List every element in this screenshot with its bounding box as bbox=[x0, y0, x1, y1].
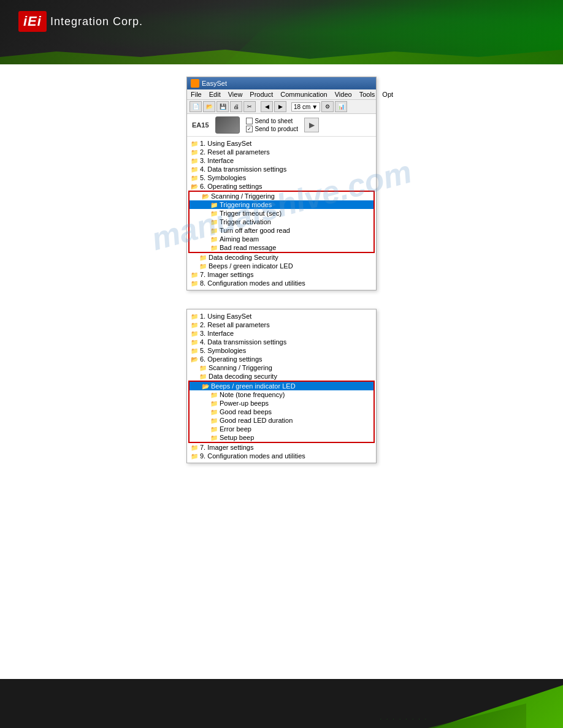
tree-item-2-3[interactable]: 📁 3. Interface bbox=[187, 329, 376, 338]
folder-icon-error-beep: 📁 bbox=[210, 426, 218, 433]
tree-item-beeps[interactable]: 📁 Beeps / green indicator LED bbox=[187, 262, 376, 270]
tree-item-2-decode[interactable]: 📁 Data decoding security bbox=[187, 372, 376, 381]
folder-icon-1-8: 📁 bbox=[191, 280, 198, 287]
checkbox-row-sheet[interactable]: Send to sheet bbox=[246, 118, 299, 124]
folder-icon-1-6-1: 📂 bbox=[202, 193, 209, 200]
tree-label-1-6: 6. Operating settings bbox=[200, 183, 262, 190]
toolbar-btn-extra2[interactable]: 📊 bbox=[335, 101, 347, 112]
tree-item-2-5[interactable]: 📁 5. Symbologies bbox=[187, 346, 376, 355]
tree-item-2-4[interactable]: 📁 4. Data transmission settings bbox=[187, 338, 376, 346]
tree-label-1-5: 5. Symbologies bbox=[200, 174, 246, 181]
tree-item-1-3[interactable]: 📁 3. Interface bbox=[187, 156, 376, 165]
toolbar-btn-fwd[interactable]: ▶ bbox=[274, 101, 286, 112]
red-border-section-1: 📂 Scanning / Triggering 📁 Triggering mod… bbox=[188, 191, 375, 253]
folder-icon-1-3: 📁 bbox=[191, 157, 198, 164]
tree-item-2-2[interactable]: 📁 2. Reset all parameters bbox=[187, 320, 376, 329]
cb-product-label: Send to product bbox=[255, 126, 299, 132]
tree-label-2-4: 4. Data transmission settings bbox=[200, 338, 286, 346]
toolbar-btn-print[interactable]: 🖨 bbox=[230, 101, 242, 112]
tree-item-2-1[interactable]: 📁 1. Using EasySet bbox=[187, 312, 376, 320]
menu-product[interactable]: Product bbox=[246, 89, 277, 99]
tree-item-trigger-activation[interactable]: 📁 Trigger activation bbox=[190, 218, 373, 226]
menu-tools[interactable]: Tools bbox=[356, 89, 379, 99]
menu-view[interactable]: View bbox=[224, 89, 247, 99]
tree-label-aiming-beam: Aiming beam bbox=[220, 235, 259, 243]
cb-product[interactable] bbox=[246, 126, 253, 132]
menu-bar-1[interactable]: File Edit View Product Communication Vid… bbox=[187, 89, 376, 100]
tree-item-1-6[interactable]: 📂 6. Operating settings bbox=[187, 182, 376, 191]
tree-label-note-tone: Note (tone frequency) bbox=[220, 391, 285, 398]
logo-area: iEi Integration Corp. bbox=[18, 11, 143, 32]
tree-label-setup-beep: Setup beep bbox=[220, 434, 254, 441]
tree-item-aiming-beam[interactable]: 📁 Aiming beam bbox=[190, 235, 373, 243]
menu-edit[interactable]: Edit bbox=[205, 89, 224, 99]
tree-label-1-1: 1. Using EasySet bbox=[200, 140, 251, 147]
tree-item-1-1[interactable]: 📁 1. Using EasySet bbox=[187, 139, 376, 148]
logo-text: Integration Corp. bbox=[50, 15, 143, 28]
tree-item-good-read-led[interactable]: 📁 Good read LED duration bbox=[190, 416, 373, 425]
tree-label-trigger-activation: Trigger activation bbox=[220, 218, 271, 226]
checkbox-row-product[interactable]: Send to product bbox=[246, 126, 299, 132]
folder-icon-setup-beep: 📁 bbox=[210, 434, 218, 441]
folder-icon-trigger-timeout: 📁 bbox=[210, 210, 218, 217]
folder-icon-2-1: 📁 bbox=[191, 313, 198, 320]
folder-icon-1-6: 📂 bbox=[191, 183, 198, 190]
folder-icon-aiming-beam: 📁 bbox=[210, 236, 218, 243]
folder-icon-turn-off: 📁 bbox=[210, 227, 218, 234]
toolbar-1: 📄 📂 💾 🖨 ✂ ◀ ▶ 18 cm ▼ ⚙ 📊 bbox=[187, 100, 376, 114]
tree-item-setup-beep[interactable]: 📁 Setup beep bbox=[190, 433, 373, 442]
cb-sheet[interactable] bbox=[246, 118, 253, 124]
tree-item-2-6[interactable]: 📂 6. Operating settings bbox=[187, 355, 376, 363]
dropdown-value: 18 cm bbox=[294, 104, 310, 110]
tree-item-2-9[interactable]: 📁 9. Configuration modes and utilities bbox=[187, 452, 376, 460]
tree-item-triggering-modes[interactable]: 📁 Triggering modes bbox=[190, 200, 373, 209]
send-button-1[interactable]: ▶ bbox=[304, 118, 319, 132]
tree-item-1-8[interactable]: 📁 8. Configuration modes and utilities bbox=[187, 279, 376, 287]
cb-sheet-label: Send to sheet bbox=[255, 118, 293, 124]
toolbar-btn-extra1[interactable]: ⚙ bbox=[321, 101, 334, 112]
tree-item-error-beep[interactable]: 📁 Error beep bbox=[190, 425, 373, 433]
footer: · · · · · · · · bbox=[0, 679, 563, 728]
toolbar-btn-save[interactable]: 💾 bbox=[216, 101, 229, 112]
toolbar-btn-new[interactable]: 📄 bbox=[190, 101, 202, 112]
tree-item-bad-read[interactable]: 📁 Bad read message bbox=[190, 243, 373, 252]
tree-item-1-6-1[interactable]: 📂 Scanning / Triggering bbox=[190, 192, 373, 200]
tree-item-good-read-beeps[interactable]: 📁 Good read beeps bbox=[190, 408, 373, 416]
menu-video[interactable]: Video bbox=[331, 89, 356, 99]
folder-icon-2-beeps: 📂 bbox=[202, 383, 209, 390]
toolbar-btn-cut[interactable]: ✂ bbox=[243, 101, 256, 112]
folder-icon-2-decode: 📁 bbox=[199, 373, 207, 380]
tree-label-2-5: 5. Symbologies bbox=[200, 347, 246, 354]
tree-item-1-2[interactable]: 📁 2. Reset all parameters bbox=[187, 148, 376, 156]
tree-item-2-scan[interactable]: 📁 Scanning / Triggering bbox=[187, 363, 376, 372]
tree-item-turn-off[interactable]: 📁 Turn off after good read bbox=[190, 226, 373, 235]
tree-item-powerup-beeps[interactable]: 📁 Power-up beeps bbox=[190, 399, 373, 408]
tree-item-2-7[interactable]: 📁 7. Imager settings bbox=[187, 443, 376, 452]
folder-icon-1-5: 📁 bbox=[191, 175, 198, 181]
product-label-1: EA15 bbox=[192, 121, 209, 129]
footer-dots: · · · · · · · · bbox=[380, 716, 428, 722]
tree-item-1-4[interactable]: 📁 4. Data transmission settings bbox=[187, 165, 376, 173]
toolbar-btn-open[interactable]: 📂 bbox=[203, 101, 215, 112]
tree-label-2-9: 9. Configuration modes and utilities bbox=[200, 452, 305, 460]
menu-communication[interactable]: Communication bbox=[277, 89, 331, 99]
menu-opt[interactable]: Opt bbox=[378, 89, 397, 99]
tree-item-note-tone[interactable]: 📁 Note (tone frequency) bbox=[190, 390, 373, 399]
toolbar-btn-back[interactable]: ◀ bbox=[261, 101, 273, 112]
menu-file[interactable]: File bbox=[187, 89, 205, 99]
logo-box: iEi bbox=[18, 11, 47, 32]
checkboxes-area-1: Send to sheet Send to product bbox=[246, 118, 299, 132]
tree-label-1-6-1: Scanning / Triggering bbox=[211, 192, 275, 200]
header: iEi Integration Corp. bbox=[0, 0, 563, 64]
tree-item-1-5[interactable]: 📁 5. Symbologies bbox=[187, 173, 376, 182]
tree-item-2-beeps[interactable]: 📂 Beeps / green indicator LED bbox=[190, 382, 373, 390]
toolbar-dropdown[interactable]: 18 cm ▼ bbox=[291, 102, 320, 112]
tree-label-1-2: 2. Reset all parameters bbox=[200, 148, 270, 156]
tree-item-data-decoding[interactable]: 📁 Data decoding Security bbox=[187, 253, 376, 262]
tree-item-1-7[interactable]: 📁 7. Imager settings bbox=[187, 270, 376, 279]
folder-icon-1-2: 📁 bbox=[191, 149, 198, 156]
titlebar-1: EasySet bbox=[187, 77, 376, 89]
tree-item-trigger-timeout[interactable]: 📁 Trigger timeout (sec) bbox=[190, 209, 373, 218]
folder-icon-note-tone: 📁 bbox=[210, 392, 218, 398]
tree-label-2-3: 3. Interface bbox=[200, 330, 234, 337]
